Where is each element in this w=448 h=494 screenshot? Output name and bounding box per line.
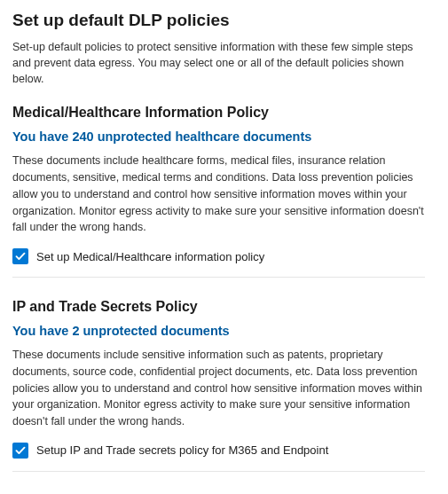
section-title: Medical/Healthcare Information Policy bbox=[12, 105, 425, 121]
policy-section-medical: Medical/Healthcare Information Policy Yo… bbox=[12, 105, 425, 264]
section-description: These documents include sensitive inform… bbox=[12, 347, 425, 430]
page-title: Set up default DLP policies bbox=[12, 11, 425, 30]
policy-checkbox-label: Setup IP and Trade secrets policy for M3… bbox=[36, 443, 328, 457]
checkmark-icon bbox=[15, 445, 26, 456]
divider bbox=[12, 277, 425, 278]
dlp-setup-scroll[interactable]: Set up default DLP policies Set-up defau… bbox=[0, 0, 441, 494]
policy-section-ip: IP and Trade Secrets Policy You have 2 u… bbox=[12, 299, 425, 459]
policy-checkbox-row: Setup IP and Trade secrets policy for M3… bbox=[12, 443, 425, 459]
divider bbox=[12, 471, 425, 472]
section-title: IP and Trade Secrets Policy bbox=[12, 299, 425, 315]
section-description: These documents include healthcare forms… bbox=[12, 153, 425, 236]
policy-checkbox-row: Set up Medical/Healthcare information po… bbox=[12, 248, 425, 264]
checkmark-icon bbox=[15, 251, 26, 262]
policy-checkbox-label: Set up Medical/Healthcare information po… bbox=[36, 250, 264, 263]
unprotected-count-alert: You have 240 unprotected healthcare docu… bbox=[12, 129, 425, 144]
unprotected-count-alert: You have 2 unprotected documents bbox=[12, 324, 425, 338]
policy-checkbox-medical[interactable] bbox=[12, 248, 28, 264]
policy-checkbox-ip[interactable] bbox=[12, 443, 28, 459]
page-intro: Set-up default policies to protect sensi… bbox=[12, 39, 425, 87]
